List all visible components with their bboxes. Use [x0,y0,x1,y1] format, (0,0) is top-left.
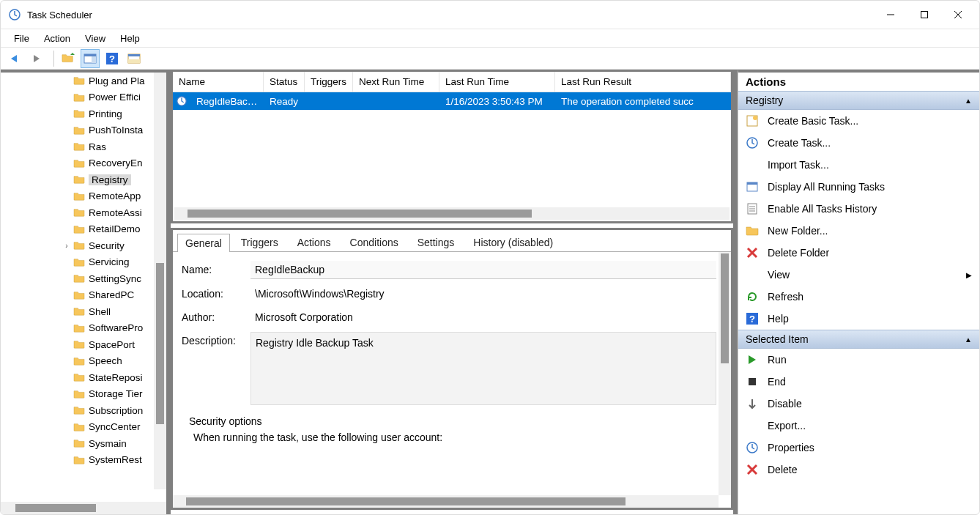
action-disable[interactable]: Disable [738,393,979,415]
maximize-button[interactable] [907,4,941,26]
tree-item-registry[interactable]: Registry [1,171,166,188]
minimize-button[interactable] [874,4,907,26]
tree-item-settingsync[interactable]: SettingSync [1,270,166,287]
folder-icon [73,125,86,136]
col-triggers[interactable]: Triggers [305,72,353,92]
tree-item-power-effici[interactable]: Power Effici [1,89,166,106]
folder-icon [73,422,86,432]
actions-section-selected[interactable]: Selected Item ▲ [738,330,979,349]
tree-item-shell[interactable]: Shell [1,303,166,320]
tree-item-retaildemo[interactable]: RetailDemo [1,221,166,238]
refresh-icon [746,290,759,303]
tree-item-servicing[interactable]: Servicing [1,254,166,271]
submenu-arrow-icon: ▶ [966,271,972,279]
action-properties[interactable]: Properties [738,437,979,459]
col-next-run[interactable]: Next Run Time [353,72,439,92]
tab-conditions[interactable]: Conditions [342,233,407,251]
tree-item-label: Sysmain [89,438,127,449]
up-button[interactable] [59,49,78,68]
tree-item-remoteapp[interactable]: RemoteApp [1,188,166,205]
tree-item-label: Shell [89,306,111,317]
folder-icon [73,191,86,201]
forward-button[interactable] [27,49,46,68]
tree-item-synccenter[interactable]: SyncCenter [1,419,166,436]
task-detail-panel: General Triggers Actions Conditions Sett… [171,228,733,510]
action-help[interactable]: ?Help [738,308,979,330]
col-last-run[interactable]: Last Run Time [439,72,555,92]
tree-item-recoveryen[interactable]: RecoveryEn [1,155,166,172]
tree-item-systemrest[interactable]: SystemRest [1,452,166,469]
tree-item-printing[interactable]: Printing [1,105,166,122]
tree-item-plug-and-pla[interactable]: Plug and Pla [1,73,166,89]
menu-help[interactable]: Help [113,31,147,46]
action-end[interactable]: End [738,371,979,393]
action-create-basic-task[interactable]: Create Basic Task... [738,110,979,132]
tree-item-storage-tier[interactable]: Storage Tier [1,386,166,403]
action-label: Delete Folder [768,247,972,259]
actions-section-registry[interactable]: Registry ▲ [738,91,979,110]
task-row[interactable]: RegIdleBack... Ready 1/16/2023 3:50:43 P… [173,92,731,110]
tree-vertical-scrollbar[interactable] [154,73,166,489]
tree-horizontal-scrollbar[interactable] [1,502,166,514]
none-icon [746,268,759,281]
detail-vertical-scrollbar[interactable] [719,252,731,495]
action-delete[interactable]: Delete [738,459,979,481]
action-label: Run [768,354,972,366]
tree-item-speech[interactable]: Speech [1,353,166,370]
tree-item-security[interactable]: ›Security [1,237,166,254]
task-list-body[interactable]: RegIdleBack... Ready 1/16/2023 3:50:43 P… [173,92,731,207]
folder-icon [73,455,86,465]
action-delete-folder[interactable]: Delete Folder [738,242,979,264]
close-button[interactable] [941,4,975,26]
tree-item-spaceport[interactable]: SpacePort [1,336,166,353]
tree-item-pushtoinsta[interactable]: PushToInsta [1,122,166,139]
back-button[interactable] [5,49,24,68]
col-status[interactable]: Status [264,72,305,92]
tree-item-ras[interactable]: Ras [1,138,166,155]
tree-item-sysmain[interactable]: Sysmain [1,435,166,452]
toggle-actions-pane-button[interactable] [81,49,100,68]
action-label: Display All Running Tasks [768,181,972,193]
tab-actions[interactable]: Actions [289,233,339,251]
detail-horizontal-scrollbar[interactable] [173,495,719,508]
action-create-task[interactable]: Create Task... [738,132,979,154]
tab-settings[interactable]: Settings [409,233,463,251]
tab-general[interactable]: General [177,234,230,252]
action-enable-all-tasks-history[interactable]: Enable All Tasks History [738,198,979,220]
props-icon [746,441,759,454]
action-label: End [768,376,972,388]
help-toolbar-button[interactable]: ? [103,49,122,68]
app-clock-icon [8,8,21,21]
tab-triggers[interactable]: Triggers [233,233,286,251]
action-export[interactable]: Export... [738,415,979,437]
tree-item-subscription[interactable]: Subscription [1,402,166,419]
menu-file[interactable]: File [7,31,37,46]
action-label: Export... [768,420,972,431]
folder-tree[interactable]: Plug and PlaPower EfficiPrintingPushToIn… [1,73,166,502]
menu-view[interactable]: View [78,31,113,46]
action-import-task[interactable]: Import Task... [738,154,979,176]
tree-item-statereposi[interactable]: StateReposi [1,369,166,386]
none-icon [746,419,759,432]
svg-rect-8 [128,54,140,56]
action-display-all-running-tasks[interactable]: Display All Running Tasks [738,176,979,198]
menu-action[interactable]: Action [37,31,78,46]
action-view[interactable]: View▶ [738,264,979,286]
section-label: Registry [746,95,783,106]
folder-icon [73,257,86,267]
tree-item-remoteassi[interactable]: RemoteAssi [1,204,166,221]
tree-item-sharedpc[interactable]: SharedPC [1,287,166,304]
tree-item-softwarepro[interactable]: SoftwarePro [1,320,166,337]
action-refresh[interactable]: Refresh [738,286,979,308]
svg-rect-17 [749,378,756,385]
action-label: New Folder... [768,225,972,237]
col-name[interactable]: Name [173,72,264,92]
col-last-result[interactable]: Last Run Result [555,72,731,92]
preview-pane-button[interactable] [125,49,144,68]
task-list-hscroll[interactable] [174,207,730,220]
expand-icon[interactable]: › [62,242,71,250]
tab-history[interactable]: History (disabled) [465,233,561,251]
action-run[interactable]: Run [738,349,979,371]
action-new-folder[interactable]: New Folder... [738,220,979,242]
folder-icon [746,224,759,237]
